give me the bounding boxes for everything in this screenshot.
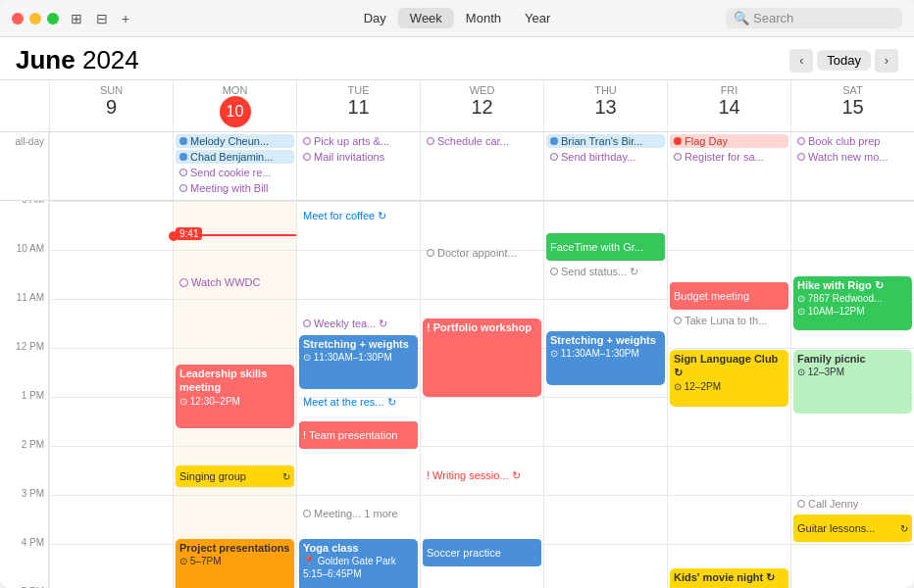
event-call-jenny[interactable]: Call Jenny: [793, 494, 912, 514]
event-stretching-thu[interactable]: Stretching + weights ⊙ 11:30AM–1:30PM: [546, 331, 665, 385]
circle-icon: [550, 268, 558, 275]
event-budget[interactable]: Budget meeting: [670, 282, 788, 310]
tab-week[interactable]: Week: [398, 8, 454, 28]
allday-event[interactable]: Brian Tran's Bir...: [546, 134, 665, 148]
allday-event[interactable]: Watch new mo...: [793, 150, 912, 164]
circle-icon: [303, 137, 311, 145]
calendar-grid: Sun 9 Mon 10 Tue 11 Wed 12 Thu 13: [0, 80, 914, 588]
add-icon[interactable]: +: [122, 11, 129, 26]
allday-event[interactable]: Book club prep: [793, 134, 912, 148]
allday-fri: Flag Day Register for sa...: [667, 132, 790, 200]
traffic-lights: [12, 13, 59, 24]
day-header-thu: Thu 13: [543, 80, 667, 131]
circle-icon: [303, 510, 311, 517]
day-col-sat[interactable]: Hike with Rigo ↻ ⊙ 7867 Redwood... ⊙ 10A…: [790, 201, 914, 588]
time-grid: 9 AM 10 AM 11 AM 12 PM 1 PM 2 PM 3 PM 4 …: [0, 201, 914, 588]
allday-sun: [49, 132, 173, 200]
tab-day[interactable]: Day: [352, 8, 398, 28]
day-header-wed: Wed 12: [420, 80, 543, 131]
event-guitar[interactable]: Guitar lessons... ↻: [793, 514, 912, 542]
allday-event[interactable]: Schedule car...: [423, 134, 541, 148]
allday-event[interactable]: Chad Benjamin...: [176, 150, 294, 164]
day-col-wed[interactable]: Doctor appoint... ! Portfolio workshop !…: [420, 201, 543, 588]
event-portfolio[interactable]: ! Portfolio workshop: [423, 318, 541, 397]
main-content: June 2024 ‹ Today › Sun 9 Mon 10: [0, 37, 914, 588]
event-meeting-more[interactable]: Meeting... 1 more: [299, 505, 418, 522]
event-writing[interactable]: ! Writing sessio... ↻: [423, 466, 541, 485]
allday-event[interactable]: Meeting with Bill: [176, 181, 294, 195]
event-yoga[interactable]: Yoga class 📍 Golden Gate Park 5:15–6:45P…: [299, 539, 418, 588]
day-header-mon: Mon 10: [173, 80, 296, 131]
day-header-sun: Sun 9: [49, 80, 173, 131]
allday-event[interactable]: Register for sa...: [670, 150, 788, 164]
event-meet-res[interactable]: Meet at the res... ↻: [299, 392, 418, 412]
titlebar: ⊞ ⊟ + Day Week Month Year 🔍 Search: [0, 0, 914, 37]
inbox-icon[interactable]: ⊟: [96, 11, 108, 26]
search-bar[interactable]: 🔍 Search: [726, 8, 902, 28]
next-button[interactable]: ›: [875, 49, 898, 73]
nav-tabs: Day Week Month Year: [352, 8, 563, 28]
prev-button[interactable]: ‹: [789, 49, 813, 73]
circle-icon: [797, 153, 805, 161]
event-doctor[interactable]: Doctor appoint...: [423, 242, 541, 264]
allday-event[interactable]: Pick up arts &...: [299, 134, 418, 148]
event-project-presentations[interactable]: Project presentations ⊙ 5–7PM: [176, 539, 294, 588]
day-col-mon[interactable]: 9:41 Watch WWDC Leadership skills meetin…: [173, 201, 296, 588]
allday-event[interactable]: Send cookie re...: [176, 166, 294, 179]
event-stretching-tue[interactable]: Stretching + weights ⊙ 11:30AM–1:30PM: [299, 335, 418, 389]
dot-icon: [179, 137, 187, 145]
sidebar-icon[interactable]: ⊞: [71, 11, 82, 26]
event-family-picnic[interactable]: Family picnic ⊙ 12–3PM: [793, 350, 912, 414]
allday-thu: Brian Tran's Bir... Send birthday...: [543, 132, 667, 200]
circle-icon: [550, 153, 558, 161]
dot-icon: [674, 137, 682, 145]
event-meet-coffee[interactable]: Meet for coffee ↻: [299, 206, 418, 225]
event-team-presentation[interactable]: ! Team presentation: [299, 421, 418, 449]
event-facetime[interactable]: FaceTime with Gr...: [546, 233, 665, 261]
event-luna[interactable]: Take Luna to th...: [670, 311, 788, 330]
circle-icon: [179, 278, 188, 287]
day-headers: Sun 9 Mon 10 Tue 11 Wed 12 Thu 13: [0, 80, 914, 132]
event-weekly-tea[interactable]: Weekly tea... ↻: [299, 314, 418, 333]
circle-icon: [303, 319, 311, 327]
event-singing[interactable]: Singing group ↻: [176, 466, 294, 487]
event-hike[interactable]: Hike with Rigo ↻ ⊙ 7867 Redwood... ⊙ 10A…: [793, 276, 912, 330]
event-kids-movie[interactable]: Kids' movie night ↻: [670, 568, 788, 588]
month-title: June 2024: [16, 45, 139, 75]
event-send-status[interactable]: Send status... ↻: [546, 262, 665, 281]
allday-event[interactable]: Mail invitations: [299, 150, 418, 164]
tab-month[interactable]: Month: [454, 8, 513, 28]
allday-sat: Book club prep Watch new mo...: [790, 132, 914, 200]
time-slot-4: 4 PM: [0, 544, 49, 588]
tab-year[interactable]: Year: [513, 8, 562, 28]
nav-buttons: ‹ Today ›: [789, 49, 898, 73]
search-label: Search: [753, 11, 793, 25]
time-scroll[interactable]: 9 AM 10 AM 11 AM 12 PM 1 PM 2 PM 3 PM 4 …: [0, 201, 914, 588]
event-soccer[interactable]: Soccer practice: [423, 539, 541, 566]
circle-icon: [179, 169, 187, 176]
close-button[interactable]: [12, 13, 24, 24]
allday-event[interactable]: Send birthday...: [546, 150, 665, 164]
dot-icon: [550, 137, 558, 145]
day-col-tue[interactable]: Meet for coffee ↻ Weekly tea... ↻ Stretc…: [296, 201, 420, 588]
day-col-sun[interactable]: [49, 201, 173, 588]
minimize-button[interactable]: [29, 13, 41, 24]
corner-cell: [0, 80, 49, 131]
current-time-badge: 9:41: [176, 227, 202, 240]
day-col-thu[interactable]: FaceTime with Gr... Send status... ↻ Str…: [543, 201, 667, 588]
circle-icon: [797, 500, 805, 508]
time-column: 9 AM 10 AM 11 AM 12 PM 1 PM 2 PM 3 PM 4 …: [0, 201, 49, 588]
allday-event[interactable]: Flag Day: [670, 134, 788, 148]
toolbar-icons: ⊞ ⊟ +: [71, 11, 129, 26]
event-watch-wwdc[interactable]: Watch WWDC: [176, 271, 294, 293]
day-header-sat: Sat 15: [790, 80, 914, 131]
circle-icon: [179, 184, 187, 192]
today-button[interactable]: Today: [817, 50, 871, 71]
day-col-fri[interactable]: Budget meeting Take Luna to th... Sign L…: [667, 201, 790, 588]
allday-event[interactable]: Melody Cheun...: [176, 134, 294, 148]
event-leadership[interactable]: Leadership skills meeting ⊙ 12:30–2PM: [176, 365, 294, 428]
allday-row: all-day Melody Cheun... Chad Benjamin...: [0, 132, 914, 201]
fullscreen-button[interactable]: [47, 13, 59, 24]
event-sign-language[interactable]: Sign Language Club ↻ ⊙ 12–2PM: [670, 350, 788, 407]
allday-tue: Pick up arts &... Mail invitations: [296, 132, 420, 200]
